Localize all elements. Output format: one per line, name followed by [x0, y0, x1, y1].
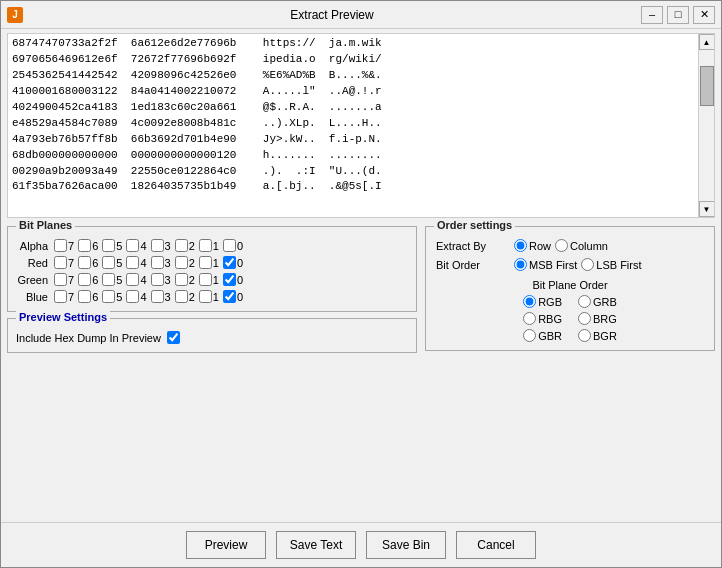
scroll-thumb[interactable] [700, 66, 714, 106]
bit-red-1-checkbox[interactable] [199, 256, 212, 269]
bit-checkbox-item: 5 [102, 239, 122, 252]
column-radio-item: Column [555, 239, 608, 252]
save-text-button[interactable]: Save Text [276, 531, 356, 559]
bit-checkbox-item: 1 [199, 239, 219, 252]
bit-blue-6-checkbox[interactable] [78, 290, 91, 303]
bit-red-7-checkbox[interactable] [54, 256, 67, 269]
bpo-rbg-radio[interactable] [523, 312, 536, 325]
preview-line: 61f35ba7626aca00 18264035735b1b49 a.[.bj… [12, 179, 694, 195]
bit-checkbox-item: 4 [126, 290, 146, 303]
lsb-radio[interactable] [581, 258, 594, 271]
bit-number-label: 7 [68, 274, 74, 286]
bit-red-5-checkbox[interactable] [102, 256, 115, 269]
bit-green-4-checkbox[interactable] [126, 273, 139, 286]
save-bin-button[interactable]: Save Bin [366, 531, 446, 559]
bit-checkbox-item: 2 [175, 256, 195, 269]
bit-checkbox-item: 6 [78, 273, 98, 286]
bpo-grb-item: GRB [578, 295, 617, 308]
scroll-down-arrow[interactable]: ▼ [699, 201, 715, 217]
bit-blue-4-checkbox[interactable] [126, 290, 139, 303]
bit-green-6-checkbox[interactable] [78, 273, 91, 286]
bit-planes-grid: Alpha76543210Red76543210Green76543210Blu… [16, 239, 408, 303]
bit-red-3-checkbox[interactable] [151, 256, 164, 269]
bit-blue-0-checkbox[interactable] [223, 290, 236, 303]
bpo-gbr-item: GBR [523, 329, 562, 342]
minimize-button[interactable]: – [641, 6, 663, 24]
bit-blue-1-checkbox[interactable] [199, 290, 212, 303]
bit-alpha-2-checkbox[interactable] [175, 239, 188, 252]
msb-radio[interactable] [514, 258, 527, 271]
bit-checkbox-item: 5 [102, 256, 122, 269]
bit-number-label: 4 [140, 291, 146, 303]
bit-red-2-checkbox[interactable] [175, 256, 188, 269]
bit-plane-row: Blue76543210 [16, 290, 408, 303]
msb-radio-label: MSB First [529, 259, 577, 271]
bpo-rbg-label: RBG [538, 313, 562, 325]
bpo-gbr-radio[interactable] [523, 329, 536, 342]
bit-red-4-checkbox[interactable] [126, 256, 139, 269]
app-icon: J [7, 7, 23, 23]
row-radio[interactable] [514, 239, 527, 252]
bit-green-7-checkbox[interactable] [54, 273, 67, 286]
bit-planes-group: Bit Planes Alpha76543210Red76543210Green… [7, 226, 417, 312]
bit-plane-order-section: Bit Plane Order RGBGRBRBGBRGGBRBGR [436, 279, 704, 342]
bit-red-0-checkbox[interactable] [223, 256, 236, 269]
bit-green-0-checkbox[interactable] [223, 273, 236, 286]
bit-blue-7-checkbox[interactable] [54, 290, 67, 303]
bit-checkbox-item: 0 [223, 256, 243, 269]
preview-button[interactable]: Preview [186, 531, 266, 559]
column-radio[interactable] [555, 239, 568, 252]
bpo-brg-radio[interactable] [578, 312, 591, 325]
bpo-rbg-item: RBG [523, 312, 562, 325]
bit-checkbox-item: 7 [54, 273, 74, 286]
bit-checkbox-item: 7 [54, 256, 74, 269]
extract-by-row: Extract By Row Column [436, 239, 704, 252]
bit-blue-2-checkbox[interactable] [175, 290, 188, 303]
bit-green-3-checkbox[interactable] [151, 273, 164, 286]
bpo-grb-radio[interactable] [578, 295, 591, 308]
bit-green-1-checkbox[interactable] [199, 273, 212, 286]
bit-number-label: 0 [237, 240, 243, 252]
bpo-bgr-radio[interactable] [578, 329, 591, 342]
bit-alpha-6-checkbox[interactable] [78, 239, 91, 252]
preview-line: 2545362541442542 42098096c42526e0 %E6%AD… [12, 68, 694, 84]
bit-checkbox-item: 5 [102, 290, 122, 303]
bit-alpha-5-checkbox[interactable] [102, 239, 115, 252]
cancel-button[interactable]: Cancel [456, 531, 536, 559]
bit-red-6-checkbox[interactable] [78, 256, 91, 269]
bit-number-label: 6 [92, 240, 98, 252]
bit-alpha-0-checkbox[interactable] [223, 239, 236, 252]
bpo-rgb-radio[interactable] [523, 295, 536, 308]
maximize-button[interactable]: □ [667, 6, 689, 24]
bit-number-label: 4 [140, 274, 146, 286]
bit-blue-3-checkbox[interactable] [151, 290, 164, 303]
preview-line: 68db000000000000 0000000000000120 h.....… [12, 148, 694, 164]
bit-row-label: Green [16, 274, 52, 286]
preview-settings-title: Preview Settings [16, 311, 110, 323]
bpo-gbr-label: GBR [538, 330, 562, 342]
left-panel: Bit Planes Alpha76543210Red76543210Green… [7, 226, 417, 518]
bit-plane-row: Red76543210 [16, 256, 408, 269]
bit-row-label: Red [16, 257, 52, 269]
bit-plane-row: Green76543210 [16, 273, 408, 286]
bit-alpha-1-checkbox[interactable] [199, 239, 212, 252]
bpo-bgr-label: BGR [593, 330, 617, 342]
bit-alpha-3-checkbox[interactable] [151, 239, 164, 252]
bit-number-label: 0 [237, 274, 243, 286]
bit-number-label: 1 [213, 257, 219, 269]
vertical-scrollbar[interactable]: ▲ ▼ [698, 34, 714, 217]
bit-number-label: 3 [165, 240, 171, 252]
close-button[interactable]: ✕ [693, 6, 715, 24]
bit-alpha-7-checkbox[interactable] [54, 239, 67, 252]
include-hex-checkbox[interactable] [167, 331, 180, 344]
bit-alpha-4-checkbox[interactable] [126, 239, 139, 252]
bit-green-5-checkbox[interactable] [102, 273, 115, 286]
scroll-up-arrow[interactable]: ▲ [699, 34, 715, 50]
bit-green-2-checkbox[interactable] [175, 273, 188, 286]
hex-preview-content: 68747470733a2f2f 6a612e6d2e77696b https:… [8, 34, 698, 217]
bit-blue-5-checkbox[interactable] [102, 290, 115, 303]
bit-plane-order-title: Bit Plane Order [532, 279, 607, 291]
bit-number-label: 6 [92, 257, 98, 269]
bit-checkbox-item: 2 [175, 239, 195, 252]
bpo-bgr-item: BGR [578, 329, 617, 342]
